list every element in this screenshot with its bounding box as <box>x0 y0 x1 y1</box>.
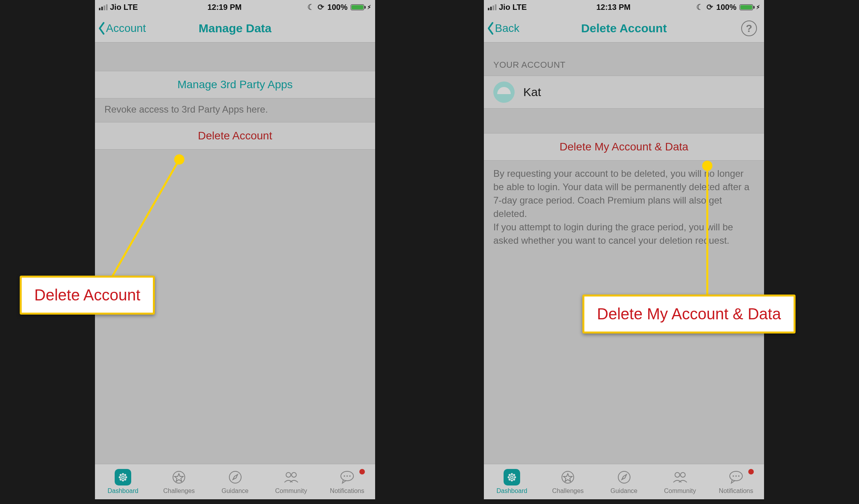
tab-label: Notifications <box>330 487 364 495</box>
svg-point-23 <box>513 474 515 476</box>
svg-point-17 <box>511 476 513 478</box>
svg-point-10 <box>229 471 241 483</box>
tab-challenges[interactable]: Challenges <box>151 464 207 499</box>
signal-icon <box>99 4 108 10</box>
clock-label: 12:13 PM <box>531 3 696 12</box>
status-bar: Jio LTE 12:13 PM ☾ ⟳ 100% ⚡︎ <box>484 0 764 14</box>
your-account-header: YOUR ACCOUNT <box>484 43 764 76</box>
svg-point-8 <box>125 479 126 480</box>
rotation-lock-icon: ⟳ <box>318 2 324 12</box>
svg-point-33 <box>738 475 740 477</box>
charging-icon: ⚡︎ <box>367 4 371 10</box>
svg-point-27 <box>618 471 630 483</box>
battery-icon <box>740 4 753 10</box>
delete-account-row[interactable]: Delete Account <box>95 122 375 150</box>
svg-point-6 <box>125 474 126 476</box>
people-icon <box>283 469 299 485</box>
tab-label: Community <box>275 487 307 495</box>
svg-point-19 <box>511 480 512 481</box>
svg-point-29 <box>681 472 685 477</box>
svg-point-25 <box>513 479 515 480</box>
svg-point-28 <box>675 472 680 477</box>
left-marker-dot <box>174 154 184 165</box>
dashboard-icon <box>115 469 131 485</box>
battery-percent: 100% <box>716 3 736 12</box>
nav-bar: Back Delete Account ? <box>484 14 764 43</box>
compass-icon <box>227 469 244 485</box>
left-callout: Delete Account <box>20 276 155 315</box>
svg-point-7 <box>120 479 121 480</box>
moon-icon: ☾ <box>696 2 703 12</box>
svg-point-12 <box>292 472 296 477</box>
svg-point-0 <box>122 476 124 478</box>
right-phone-frame: Jio LTE 12:13 PM ☾ ⟳ 100% ⚡︎ Back Delete… <box>484 0 764 499</box>
tab-label: Guidance <box>221 487 249 495</box>
back-label: Account <box>106 22 146 35</box>
account-name: Kat <box>523 85 541 99</box>
battery-icon <box>351 4 364 10</box>
svg-point-5 <box>120 474 121 476</box>
tab-guidance[interactable]: Guidance <box>207 464 263 499</box>
tab-guidance[interactable]: Guidance <box>596 464 652 499</box>
svg-point-11 <box>286 472 291 477</box>
tab-notifications[interactable]: Notifications <box>708 464 764 499</box>
revoke-helper-text: Revoke access to 3rd Party Apps here. <box>95 98 375 122</box>
svg-point-24 <box>509 479 510 480</box>
rotation-lock-icon: ⟳ <box>707 2 713 12</box>
tab-bar: Dashboard Challenges Guidance Community … <box>95 464 375 499</box>
status-bar: Jio LTE 12:19 PM ☾ ⟳ 100% ⚡︎ <box>95 0 375 14</box>
people-icon <box>672 469 688 485</box>
tab-community[interactable]: Community <box>263 464 319 499</box>
svg-point-2 <box>122 480 123 481</box>
notification-badge <box>359 468 366 475</box>
manage-3rd-party-row[interactable]: Manage 3rd Party Apps <box>95 71 375 98</box>
svg-point-18 <box>511 473 512 474</box>
battery-percent: 100% <box>327 3 348 12</box>
right-marker-dot <box>702 161 712 171</box>
tab-dashboard[interactable]: Dashboard <box>95 464 151 499</box>
delete-warning-text: By requesting your account to be deleted… <box>484 161 764 254</box>
tab-dashboard[interactable]: Dashboard <box>484 464 540 499</box>
star-icon <box>171 469 187 485</box>
carrier-label: Jio LTE <box>110 3 138 12</box>
back-button[interactable]: Account <box>95 22 146 35</box>
nav-bar: Account Manage Data <box>95 14 375 43</box>
back-label: Back <box>495 22 519 35</box>
account-row[interactable]: Kat <box>484 76 764 109</box>
svg-point-14 <box>344 475 345 477</box>
signal-icon <box>488 4 496 10</box>
chat-icon <box>728 469 744 485</box>
clock-label: 12:19 PM <box>142 3 307 12</box>
tab-label: Community <box>664 487 696 495</box>
star-icon <box>560 469 576 485</box>
chevron-left-icon <box>486 22 495 35</box>
svg-point-32 <box>735 475 737 477</box>
left-phone-frame: Jio LTE 12:19 PM ☾ ⟳ 100% ⚡︎ Account Man… <box>95 0 375 499</box>
chat-icon <box>339 469 355 485</box>
tab-bar: Dashboard Challenges Guidance Community … <box>484 464 764 499</box>
chevron-left-icon <box>97 22 106 35</box>
tab-label: Challenges <box>552 487 584 495</box>
tab-label: Guidance <box>610 487 638 495</box>
tab-label: Dashboard <box>496 487 527 495</box>
svg-point-22 <box>509 474 510 476</box>
avatar <box>493 82 515 103</box>
tab-notifications[interactable]: Notifications <box>319 464 375 499</box>
tab-community[interactable]: Community <box>652 464 708 499</box>
carrier-label: Jio LTE <box>499 3 527 12</box>
charging-icon: ⚡︎ <box>756 4 760 10</box>
compass-icon <box>616 469 632 485</box>
notification-badge <box>747 468 755 475</box>
tab-label: Dashboard <box>108 487 138 495</box>
moon-icon: ☾ <box>307 2 314 12</box>
back-button[interactable]: Back <box>484 22 519 35</box>
tab-label: Challenges <box>163 487 195 495</box>
svg-point-20 <box>508 476 509 478</box>
svg-point-15 <box>346 475 348 477</box>
help-button[interactable]: ? <box>741 20 757 36</box>
delete-my-account-row[interactable]: Delete My Account & Data <box>484 133 764 161</box>
svg-point-3 <box>119 476 120 478</box>
svg-point-1 <box>122 473 123 474</box>
tab-challenges[interactable]: Challenges <box>540 464 596 499</box>
svg-point-31 <box>733 475 734 477</box>
